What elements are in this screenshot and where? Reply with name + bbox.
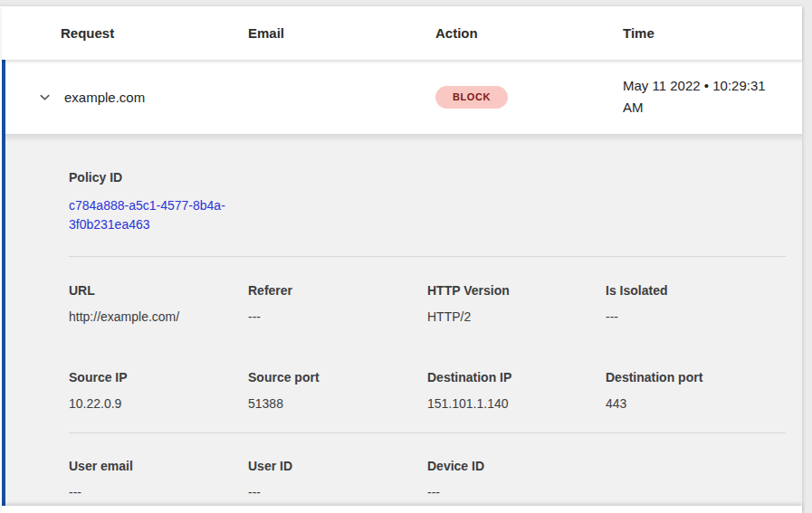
table-header: Request Email Action Time xyxy=(2,6,802,60)
row-detail-panel: Policy ID c784a888-a5c1-4577-8b4a-3f0b23… xyxy=(2,134,802,506)
field-label: Destination port xyxy=(606,370,786,385)
field-referer: Referer --- xyxy=(248,283,427,325)
table-row[interactable]: example.com BLOCK May 11 2022 • 10:29:31… xyxy=(2,60,802,134)
field-label: User ID xyxy=(248,459,427,474)
field-source-ip: Source IP 10.22.0.9 xyxy=(69,370,248,412)
field-url: URL http://example.com/ xyxy=(69,283,248,325)
policy-id-link[interactable]: c784a888-a5c1-4577-8b4a-3f0b231ea463 xyxy=(69,196,248,234)
field-device-id: Device ID --- xyxy=(427,459,606,500)
field-value: --- xyxy=(69,485,248,500)
field-label: Source port xyxy=(248,370,427,385)
field-destination-ip: Destination IP 151.101.1.140 xyxy=(427,370,606,412)
field-label: Referer xyxy=(248,283,427,299)
status-badge-block: BLOCK xyxy=(435,86,508,109)
policy-section: Policy ID c784a888-a5c1-4577-8b4a-3f0b23… xyxy=(69,170,786,256)
field-label: HTTP Version xyxy=(427,283,606,299)
request-domain: example.com xyxy=(64,90,145,105)
field-value: 151.101.1.140 xyxy=(427,396,606,412)
field-destination-port: Destination port 443 xyxy=(606,370,786,412)
field-label: URL xyxy=(69,283,248,299)
field-user-email: User email --- xyxy=(69,459,248,500)
column-header-time: Time xyxy=(623,25,802,41)
field-http-version: HTTP Version HTTP/2 xyxy=(427,283,606,325)
column-header-request: Request xyxy=(61,25,248,41)
chevron-down-icon[interactable] xyxy=(38,90,52,104)
log-table-card: Request Email Action Time example.com BL… xyxy=(0,6,802,513)
field-value: 443 xyxy=(606,396,786,412)
field-value: 51388 xyxy=(248,396,427,412)
field-is-isolated: Is Isolated --- xyxy=(606,283,786,325)
column-header-action: Action xyxy=(435,25,623,41)
field-user-id: User ID --- xyxy=(248,459,427,500)
user-details-section: User email --- User ID --- Device ID --- xyxy=(69,433,786,500)
field-value: 10.22.0.9 xyxy=(69,396,248,412)
request-details-section: URL http://example.com/ Referer --- HTTP… xyxy=(69,257,786,432)
field-label: Destination IP xyxy=(427,370,606,385)
time-cell: May 11 2022 • 10:29:31 AM xyxy=(623,75,784,119)
field-value: --- xyxy=(248,309,427,325)
column-header-email: Email xyxy=(248,25,435,41)
next-row-edge xyxy=(2,506,802,513)
field-value: HTTP/2 xyxy=(427,309,606,325)
field-source-port: Source port 51388 xyxy=(248,370,427,412)
action-cell: BLOCK xyxy=(435,86,623,109)
field-label: Device ID xyxy=(427,459,606,474)
request-cell: example.com xyxy=(38,90,248,105)
field-label: Source IP xyxy=(69,370,248,385)
field-value: http://example.com/ xyxy=(69,309,248,325)
field-value: --- xyxy=(606,309,786,325)
field-label: Is Isolated xyxy=(606,283,786,299)
field-value: --- xyxy=(248,485,427,500)
field-label: User email xyxy=(69,459,248,474)
field-label: Policy ID xyxy=(69,170,248,185)
field-policy-id: Policy ID c784a888-a5c1-4577-8b4a-3f0b23… xyxy=(69,170,248,234)
field-value: --- xyxy=(427,485,606,500)
